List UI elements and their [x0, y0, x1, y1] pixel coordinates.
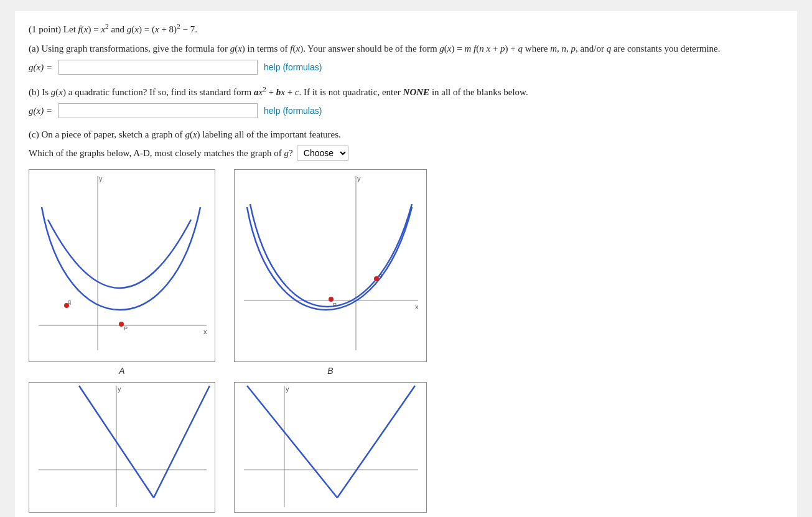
graphs-container-2: y C y [29, 382, 783, 517]
svg-text:y: y [118, 385, 121, 393]
graph-a-label: A [119, 366, 124, 376]
svg-text:y: y [286, 385, 289, 393]
svg-text:y: y [99, 175, 103, 182]
part-a-text: (a) Using graph transformations, give th… [29, 41, 783, 56]
part-b-label: g(x) = [29, 106, 52, 116]
graph-c-svg: y [29, 382, 215, 513]
part-a-input[interactable] [58, 60, 258, 75]
graph-block-d: y D [234, 382, 427, 517]
svg-text:P: P [333, 302, 337, 308]
part-b-text: (b) Is g(x) a quadratic function? If so,… [29, 83, 783, 100]
graph-a-svg: y x q P [29, 169, 215, 362]
svg-text:x: x [203, 328, 207, 335]
svg-rect-24 [235, 383, 427, 513]
svg-rect-0 [29, 170, 215, 362]
part-c: (c) On a piece of paper, sketch a graph … [29, 127, 783, 517]
graphs-container: y x q P A [29, 169, 783, 376]
svg-point-16 [329, 297, 334, 302]
graph-block-a: y x q P A [29, 169, 215, 376]
svg-text:q: q [379, 272, 382, 278]
graph-block-b: y x q P B [234, 169, 427, 376]
part-c-text-2: Which of the graphs below, A-D, most clo… [29, 148, 293, 159]
graph-b-svg: y x q P [234, 169, 427, 362]
part-a: (a) Using graph transformations, give th… [29, 41, 783, 75]
part-b-help-link[interactable]: help (formulas) [264, 106, 322, 116]
graph-d-svg: y [234, 382, 427, 513]
svg-point-7 [119, 322, 124, 327]
svg-text:P: P [124, 325, 128, 332]
svg-text:q: q [68, 299, 71, 305]
page-content: (1 point) Let f(x) = x2 and g(x) = (x + … [15, 11, 797, 517]
svg-rect-9 [235, 170, 427, 362]
svg-rect-18 [29, 383, 215, 513]
part-c-choose-row: Which of the graphs below, A-D, most clo… [29, 146, 783, 161]
graph-block-c: y C [29, 382, 215, 517]
part-b-input[interactable] [58, 103, 258, 118]
part-c-text-1: (c) On a piece of paper, sketch a graph … [29, 127, 783, 142]
part-a-label: g(x) = [29, 62, 52, 73]
problem-header: (1 point) Let f(x) = x2 and g(x) = (x + … [29, 22, 783, 35]
svg-text:x: x [415, 303, 419, 310]
part-b: (b) Is g(x) a quadratic function? If so,… [29, 83, 783, 118]
svg-text:y: y [357, 175, 361, 182]
graph-choice-select[interactable]: Choose A B C D [297, 146, 348, 161]
graph-b-label: B [327, 366, 333, 376]
svg-point-14 [374, 276, 379, 281]
part-a-help-link[interactable]: help (formulas) [264, 62, 322, 72]
